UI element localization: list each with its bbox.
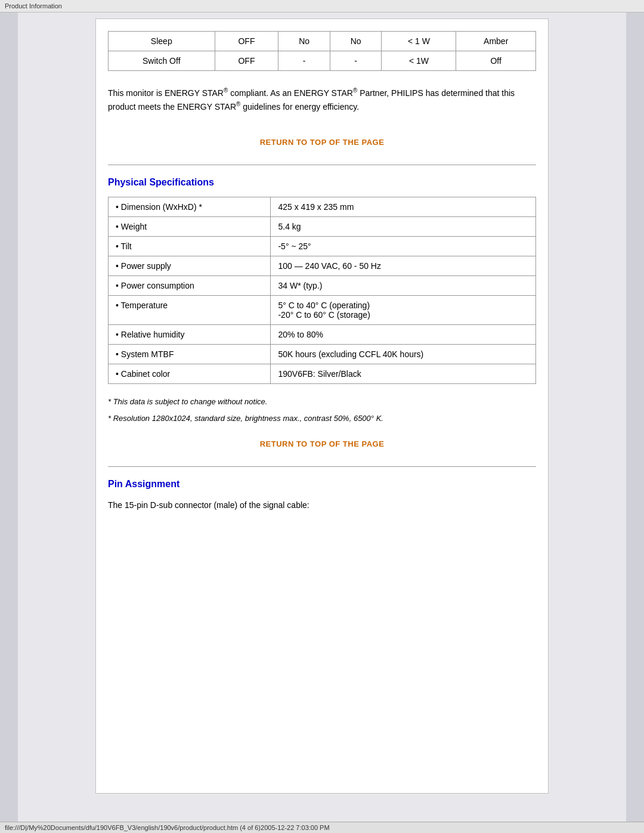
col4-sleep: No	[330, 32, 382, 51]
divider-2	[108, 466, 536, 467]
status-bar: file:///D|/My%20Documents/dfu/190V6FB_V3…	[0, 822, 644, 833]
energy-star-paragraph: This monitor is ENERGY STAR® compliant. …	[108, 83, 536, 116]
mode-sleep: Sleep	[109, 32, 215, 51]
spec-label-power-consumption: • Power consumption	[109, 276, 271, 296]
table-row: • Power consumption 34 W* (typ.)	[109, 276, 536, 296]
table-row: • Weight 5.4 kg	[109, 217, 536, 237]
divider-1	[108, 165, 536, 165]
table-row: • Temperature 5° C to 40° C (operating)-…	[109, 296, 536, 325]
return-to-top-2[interactable]: RETURN TO TOP OF THE PAGE	[108, 430, 536, 457]
main-content: Sleep OFF No No < 1 W Amber Switch Off O…	[18, 13, 626, 829]
table-row: • Power supply 100 — 240 VAC, 60 - 50 Hz	[109, 256, 536, 276]
spec-label-cabinet: • Cabinet color	[109, 364, 271, 384]
footnote-2: * Resolution 1280x1024, standard size, b…	[108, 413, 536, 425]
state-off-switchoff: OFF	[215, 51, 278, 71]
spec-value-power-consumption: 34 W* (typ.)	[271, 276, 536, 296]
col3-sleep: No	[278, 32, 330, 51]
spec-value-tilt: -5° ~ 25°	[271, 237, 536, 256]
spec-label-mtbf: • System MTBF	[109, 345, 271, 364]
content-inner: Sleep OFF No No < 1 W Amber Switch Off O…	[95, 18, 549, 794]
mode-switchoff: Switch Off	[109, 51, 215, 71]
power-table: Sleep OFF No No < 1 W Amber Switch Off O…	[108, 31, 536, 71]
spec-value-temperature: 5° C to 40° C (operating)-20° C to 60° C…	[271, 296, 536, 325]
spec-value-cabinet: 190V6FB: Silver/Black	[271, 364, 536, 384]
led-sleep: Amber	[456, 32, 536, 51]
col3-switchoff: -	[278, 51, 330, 71]
spec-label-temperature: • Temperature	[109, 296, 271, 325]
table-row: • Relative humidity 20% to 80%	[109, 325, 536, 345]
col4-switchoff: -	[330, 51, 382, 71]
spec-value-power-supply: 100 — 240 VAC, 60 - 50 Hz	[271, 256, 536, 276]
browser-title: Product Information	[5, 2, 62, 10]
spec-value-dimension: 425 x 419 x 235 mm	[271, 197, 536, 217]
return-link-anchor-2[interactable]: RETURN TO TOP OF THE PAGE	[260, 439, 385, 448]
spec-label-power-supply: • Power supply	[109, 256, 271, 276]
spec-label-humidity: • Relative humidity	[109, 325, 271, 345]
browser-bar: Product Information	[0, 0, 644, 13]
power-switchoff: < 1W	[382, 51, 456, 71]
table-row: • Cabinet color 190V6FB: Silver/Black	[109, 364, 536, 384]
pin-assignment-title: Pin Assignment	[108, 479, 536, 490]
table-row: Switch Off OFF - - < 1W Off	[109, 51, 536, 71]
pin-assignment-description: The 15-pin D-sub connector (male) of the…	[108, 498, 536, 512]
table-row: • System MTBF 50K hours (excluding CCFL …	[109, 345, 536, 364]
footnote-1: * This data is subject to change without…	[108, 396, 536, 408]
spec-label-tilt: • Tilt	[109, 237, 271, 256]
table-row: • Dimension (WxHxD) * 425 x 419 x 235 mm	[109, 197, 536, 217]
return-link-anchor-1[interactable]: RETURN TO TOP OF THE PAGE	[260, 138, 385, 147]
state-off-sleep: OFF	[215, 32, 278, 51]
spec-label-dimension: • Dimension (WxHxD) *	[109, 197, 271, 217]
power-sleep: < 1 W	[382, 32, 456, 51]
physical-specs-title: Physical Specifications	[108, 177, 536, 188]
spec-value-weight: 5.4 kg	[271, 217, 536, 237]
table-row: • Tilt -5° ~ 25°	[109, 237, 536, 256]
specs-table: • Dimension (WxHxD) * 425 x 419 x 235 mm…	[108, 197, 536, 384]
spec-value-humidity: 20% to 80%	[271, 325, 536, 345]
return-to-top-1[interactable]: RETURN TO TOP OF THE PAGE	[108, 128, 536, 156]
spec-value-mtbf: 50K hours (excluding CCFL 40K hours)	[271, 345, 536, 364]
table-row: Sleep OFF No No < 1 W Amber	[109, 32, 536, 51]
status-bar-text: file:///D|/My%20Documents/dfu/190V6FB_V3…	[5, 824, 330, 831]
led-switchoff: Off	[456, 51, 536, 71]
spec-label-weight: • Weight	[109, 217, 271, 237]
